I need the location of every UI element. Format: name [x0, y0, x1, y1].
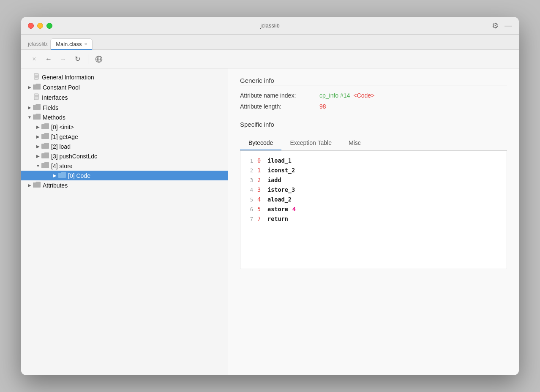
arrow-general-info [26, 74, 33, 81]
attr-name-row: Attribute name index: cp_info #14 <Code> [240, 92, 507, 99]
toolbar: × ← → ↻ [21, 50, 519, 68]
folder-icon-method-1 [41, 133, 49, 140]
arrow-constant-pool [26, 84, 33, 91]
line-num-3: 3 [247, 176, 253, 185]
minimize-icon[interactable]: — [505, 21, 512, 30]
tab-misc[interactable]: Misc [340, 136, 369, 150]
main-content: General Information Constant Pool Interf… [21, 68, 519, 375]
generic-info-title: Generic info [240, 77, 507, 84]
arrow-method-4 [35, 163, 41, 169]
offset-6: 5 [257, 204, 263, 214]
bytecode-line-4: 4 3 istore_3 [247, 185, 500, 195]
titlebar-controls: ⚙ — [492, 21, 512, 30]
line-num-7: 7 [247, 215, 253, 223]
sidebar-item-method-2[interactable]: [2] load [21, 142, 228, 151]
folder-icon-code-0 [58, 172, 66, 179]
reload-button[interactable]: ↻ [71, 53, 84, 65]
sidebar-label-fields: Fields [43, 104, 58, 111]
sidebar-label-code-0: [0] Code [68, 172, 90, 179]
tab-close-icon[interactable]: × [85, 42, 87, 46]
tab-label: Main.class [56, 41, 82, 47]
breadcrumb: jclasslib: [28, 41, 49, 49]
offset-7: 7 [257, 214, 263, 224]
settings-icon[interactable]: ⚙ [492, 21, 499, 30]
line-num-2: 2 [247, 166, 253, 175]
back-button[interactable]: ← [42, 53, 55, 65]
folder-icon-attributes [33, 182, 41, 189]
opcode-5: aload_2 [267, 195, 292, 204]
doc-icon-interfaces [34, 93, 40, 101]
folder-icon-method-3 [41, 152, 49, 160]
sidebar-item-interfaces[interactable]: Interfaces [21, 92, 228, 103]
content-tabs: Bytecode Exception Table Misc [240, 136, 507, 151]
sidebar-label-constant-pool: Constant Pool [43, 84, 80, 91]
sidebar-label-attributes: Attributes [43, 182, 68, 189]
sidebar-item-method-1[interactable]: [1] getAge [21, 132, 228, 142]
sidebar-label-method-0: [0] <init> [51, 124, 74, 131]
sidebar-item-code-0[interactable]: [0] Code [21, 171, 228, 180]
bytecode-line-3: 3 2 iadd [247, 175, 500, 185]
titlebar: jclasslib ⚙ — [21, 17, 519, 35]
tab-main-class[interactable]: Main.class × [50, 38, 93, 49]
opcode-7: return [267, 214, 288, 224]
line-num-6: 6 [247, 205, 253, 214]
sidebar-item-constant-pool[interactable]: Constant Pool [21, 82, 228, 92]
arrow-method-2 [35, 143, 41, 150]
window-title: jclasslib [260, 22, 280, 29]
arrow-interfaces [26, 94, 33, 101]
line-num-4: 4 [247, 186, 253, 194]
sidebar-label-method-2: [2] load [51, 143, 71, 150]
attr-name-link[interactable]: cp_info #14 [319, 92, 350, 99]
sidebar-label-method-3: [3] pushConstLdc [51, 153, 97, 160]
forward-button[interactable]: → [57, 53, 69, 65]
opcode-4: istore_3 [267, 185, 295, 195]
minimize-button[interactable] [37, 23, 43, 29]
attr-length-value: 98 [319, 103, 326, 110]
sidebar-item-method-4[interactable]: [4] store [21, 161, 228, 171]
sidebar-label-general-info: General Information [42, 74, 94, 81]
opcode-6: astore [267, 204, 288, 214]
bytecode-line-5: 5 4 aload_2 [247, 195, 500, 204]
offset-2: 1 [257, 166, 263, 175]
close-button[interactable] [28, 23, 34, 29]
offset-1: 0 [257, 156, 263, 166]
sidebar-item-method-0[interactable]: [0] <init> [21, 122, 228, 132]
attr-length-label: Attribute length: [240, 103, 316, 110]
sidebar-label-method-1: [1] getAge [51, 133, 78, 140]
opcode-1: iload_1 [267, 156, 292, 166]
arrow-method-3 [35, 153, 41, 160]
offset-3: 2 [257, 175, 263, 185]
opcode-3: iadd [267, 175, 281, 185]
sidebar-item-attributes[interactable]: Attributes [21, 180, 228, 190]
arrow-fields [26, 104, 33, 111]
sidebar-label-method-4: [4] store [51, 163, 73, 169]
app-window: jclasslib ⚙ — jclasslib: Main.class × × … [21, 17, 519, 375]
sidebar: General Information Constant Pool Interf… [21, 68, 228, 375]
arrow-code-0 [52, 172, 58, 179]
sidebar-item-method-3[interactable]: [3] pushConstLdc [21, 151, 228, 161]
sidebar-item-general-info[interactable]: General Information [21, 72, 228, 82]
bytecode-area: 1 0 iload_1 2 1 iconst_2 3 2 iadd 4 3 [240, 151, 507, 269]
tabbar: jclasslib: Main.class × [21, 35, 519, 50]
sidebar-item-fields[interactable]: Fields [21, 103, 228, 112]
arrow-attributes [26, 182, 33, 189]
tab-bytecode[interactable]: Bytecode [240, 136, 281, 150]
globe-button[interactable] [93, 53, 105, 65]
doc-icon-general [34, 73, 40, 81]
toolbar-separator [88, 54, 88, 64]
maximize-button[interactable] [46, 23, 52, 29]
tab-exception-table[interactable]: Exception Table [281, 136, 340, 150]
folder-icon-methods [33, 114, 41, 121]
specific-info-divider [240, 129, 507, 129]
bytecode-line-2: 2 1 iconst_2 [247, 166, 500, 175]
sidebar-item-methods[interactable]: Methods [21, 112, 228, 122]
operand-6: 4 [292, 204, 296, 214]
close-button[interactable]: × [28, 53, 41, 65]
right-panel: Generic info Attribute name index: cp_in… [228, 68, 519, 375]
arrow-methods [26, 114, 33, 121]
line-num-1: 1 [247, 157, 253, 165]
specific-info-title: Specific info [240, 121, 507, 128]
generic-info-divider [240, 85, 507, 85]
line-num-5: 5 [247, 196, 253, 204]
folder-icon-method-4 [41, 162, 49, 169]
